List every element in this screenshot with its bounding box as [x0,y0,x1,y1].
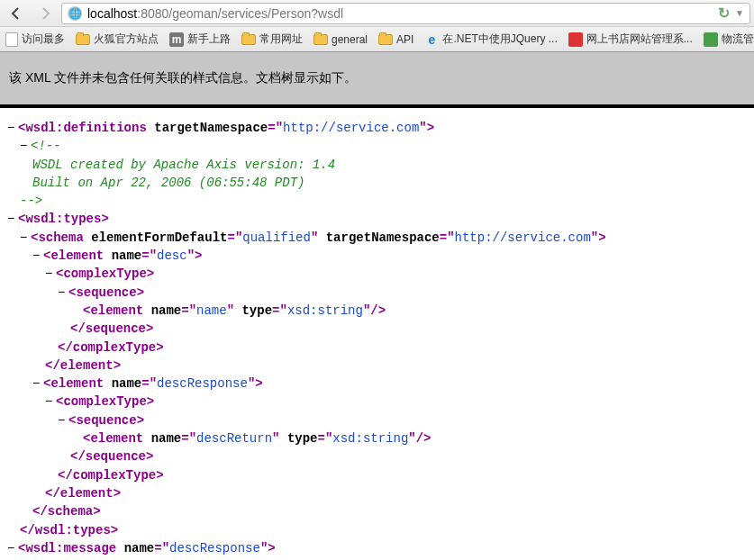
forward-button[interactable] [32,3,58,24]
folder-icon [378,34,393,45]
bookmark-general[interactable]: general [313,32,368,47]
bookmark-logistics[interactable]: 物流管理源 [704,32,754,47]
page-icon [5,32,18,47]
toggle-icon[interactable]: − [32,375,43,393]
xml-style-notice: 该 XML 文件并未包含任何关联的样式信息。文档树显示如下。 [0,52,754,108]
folder-icon [76,34,90,45]
toggle-icon[interactable]: − [7,539,18,557]
toggle-icon[interactable]: − [45,393,56,411]
toggle-icon[interactable]: − [58,284,68,302]
bookmark-net-jquery[interactable]: e在.NET中使用JQuery ... [424,32,557,47]
url-dropdown-icon[interactable]: ▼ [735,8,744,18]
folder-icon [313,34,328,45]
url-field[interactable]: localhost:8080/geoman/services/Person?ws… [61,3,750,24]
globe-icon [68,6,82,21]
m-icon: m [169,32,184,47]
toggle-icon[interactable]: − [32,247,43,265]
red-icon [568,32,583,47]
toggle-icon[interactable]: − [58,411,68,429]
bookmark-api[interactable]: API [378,32,413,47]
bookmark-bookstore[interactable]: 网上书店网站管理系... [568,32,693,47]
toggle-icon[interactable]: − [7,119,18,137]
toggle-icon[interactable]: − [7,210,18,228]
url-text: localhost:8080/geoman/services/Person?ws… [87,6,343,21]
bookmark-common-urls[interactable]: 常用网址 [241,32,303,47]
bookmark-most-visited[interactable]: 访问最多 [5,32,65,47]
ie-icon: e [424,32,439,47]
bookmark-getting-started[interactable]: m新手上路 [169,32,231,47]
toggle-icon[interactable]: − [20,137,31,155]
address-bar: localhost:8080/geoman/services/Person?ws… [0,0,754,27]
back-button[interactable] [4,3,29,24]
reload-icon[interactable]: ↻ [718,5,730,22]
xml-comment: WSDL created by Apache Axis version: 1.4 [7,156,747,174]
green-icon [704,32,718,47]
folder-icon [241,34,256,45]
bookmark-firefox[interactable]: 火狐官方站点 [76,32,159,47]
xml-viewer: −<wsdl:definitions targetNamespace="http… [0,108,754,560]
bookmarks-bar: 访问最多 火狐官方站点 m新手上路 常用网址 general API e在.NE… [0,27,754,52]
toggle-icon[interactable]: − [45,265,56,283]
xml-comment: Built on Apr 22, 2006 (06:55:48 PDT) [7,174,747,192]
toggle-icon[interactable]: − [20,229,31,247]
